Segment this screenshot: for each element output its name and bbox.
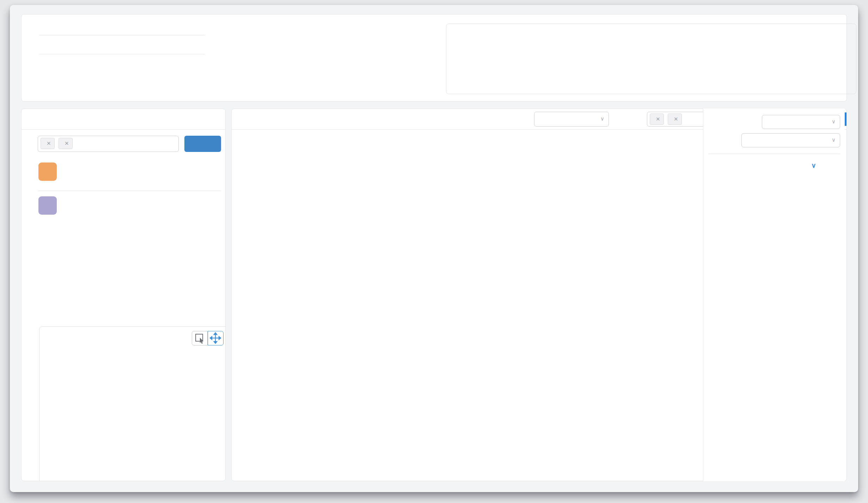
instance-view-card: ✕ ✕: [21, 109, 226, 481]
chevron-down-icon: ∨: [832, 118, 836, 125]
close-icon[interactable]: ✕: [47, 140, 51, 146]
pan-icon: [208, 331, 223, 345]
apply-button[interactable]: [184, 136, 221, 152]
instance-counts-row: [39, 70, 201, 89]
domain-discrimination-plot[interactable]: [705, 171, 844, 297]
tag-desktop-computer[interactable]: ✕: [59, 138, 73, 149]
accuracy-chart: [205, 29, 374, 99]
class-filter-input[interactable]: ✕ ✕: [38, 136, 179, 152]
tag-file-cabinet[interactable]: ✕: [41, 138, 55, 149]
divider: [708, 154, 840, 154]
feature-sidebar: ∨ ∨ ∨: [703, 109, 845, 481]
divider: [39, 54, 205, 54]
stat-view-card: [21, 14, 847, 102]
tsne-scatter[interactable]: [42, 346, 226, 481]
lasso-select-icon: [192, 331, 207, 345]
class-swatch-desktop-computer: [38, 196, 57, 215]
close-icon[interactable]: ✕: [674, 116, 678, 122]
app-sheet: ✕ ✕: [10, 5, 858, 492]
pan-button[interactable]: [208, 331, 224, 345]
divider: [22, 129, 226, 130]
class-select[interactable]: ∨: [534, 112, 609, 127]
close-icon[interactable]: ✕: [65, 140, 69, 146]
chevron-down-icon: ∨: [811, 162, 816, 169]
chevron-down-icon: ∨: [600, 116, 604, 122]
close-icon[interactable]: ✕: [656, 116, 660, 122]
matrix-canvas: [232, 130, 703, 481]
chevron-down-icon: ∨: [832, 137, 836, 143]
class-accuracy-table: [446, 24, 856, 94]
model-select[interactable]: ∨: [762, 115, 840, 129]
divider: [38, 191, 221, 191]
ddp-legend-link[interactable]: ∨: [811, 161, 816, 170]
divider: [39, 35, 205, 35]
layer-chip-maxpool[interactable]: ✕: [650, 114, 664, 125]
layer-chip-conv[interactable]: ✕: [668, 114, 682, 125]
application-window: ✕ ✕: [0, 0, 868, 503]
order-select[interactable]: ∨: [741, 133, 840, 147]
lasso-select-button[interactable]: [192, 331, 208, 345]
neuron-list: [703, 302, 845, 481]
tsne-panel: [39, 326, 226, 481]
class-swatch-file-cabinet: [38, 162, 57, 181]
